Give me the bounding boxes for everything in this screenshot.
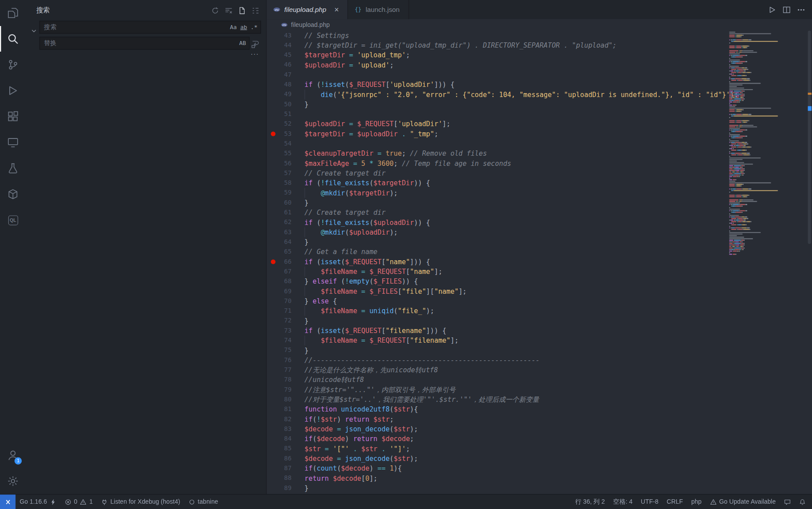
open-new-search-editor-icon[interactable] <box>236 5 247 16</box>
replace-input[interactable]: 替换 AB <box>39 37 250 49</box>
search-input[interactable]: 搜索 Aa ab .* <box>39 21 261 34</box>
remote-indicator[interactable] <box>0 494 15 509</box>
toggle-search-details-button[interactable]: ··· <box>251 51 259 56</box>
run-icon[interactable] <box>767 4 778 15</box>
activity-package[interactable] <box>0 181 26 207</box>
code-line[interactable]: 86$decode = json_decode($str); <box>267 454 812 464</box>
cursor-position[interactable]: 行 36, 列 2 <box>571 494 609 509</box>
breakpoint-gutter[interactable] <box>267 208 279 217</box>
activity-settings-gear[interactable] <box>0 468 26 494</box>
split-editor-icon[interactable] <box>781 4 793 15</box>
breakpoint-gutter[interactable] <box>267 336 279 345</box>
code-line[interactable]: 78//unicode转utf8 <box>267 375 812 385</box>
code-line[interactable]: 73if (isset($_REQUEST["filename"])) { <box>267 326 812 336</box>
activity-run-debug[interactable] <box>0 78 26 104</box>
breakpoint-gutter[interactable] <box>267 395 279 404</box>
code-line[interactable]: 70} else { <box>267 296 812 306</box>
problems[interactable]: 01 <box>60 494 97 509</box>
activity-codeql[interactable]: QL <box>0 207 26 233</box>
breakpoint-gutter[interactable] <box>267 70 279 80</box>
code-line[interactable]: 81function unicode2utf8($str){ <box>267 404 812 414</box>
code-line[interactable]: 83$decode = json_decode($str); <box>267 424 812 434</box>
breakpoint-gutter[interactable] <box>267 355 279 365</box>
breakpoint-gutter[interactable] <box>267 473 279 483</box>
breakpoint-gutter[interactable] <box>267 99 279 109</box>
code-line[interactable]: 66if (isset($_REQUEST["name"])) { <box>267 257 812 266</box>
xdebug-listen[interactable]: Listen for Xdebug (host4) <box>97 494 184 509</box>
breadcrumb-item[interactable]: fileupload.php <box>291 21 330 28</box>
code-line[interactable]: 88return $decode[0]; <box>267 473 812 483</box>
code-line[interactable]: 79//注意$str='"..."'，内部双引号，外部单引号 <box>267 385 812 394</box>
activity-account[interactable]: 1 <box>0 442 26 468</box>
code-line[interactable]: 87if(count($decode) == 1){ <box>267 464 812 473</box>
breakpoint-gutter[interactable] <box>267 424 279 434</box>
breakpoint-gutter[interactable] <box>267 316 279 326</box>
tabnine[interactable]: tabnine <box>184 494 222 509</box>
code-line[interactable]: 71 $fileName = uniqid("file_"); <box>267 306 812 316</box>
preserve-case-icon[interactable]: AB <box>238 38 247 48</box>
activity-source-control[interactable] <box>0 52 26 78</box>
breakpoint-gutter[interactable] <box>267 444 279 453</box>
feedback[interactable] <box>780 494 795 509</box>
breakpoint-gutter[interactable] <box>267 198 279 208</box>
code-line[interactable]: 74 $fileName = $_REQUEST["filename"]; <box>267 336 812 345</box>
breakpoint-gutter[interactable] <box>267 326 279 336</box>
breakpoint-gutter[interactable] <box>267 139 279 149</box>
breakpoint-gutter[interactable] <box>267 286 279 296</box>
breakpoint-gutter[interactable] <box>267 277 279 286</box>
breadcrumb[interactable]: php fileupload.php <box>267 19 812 30</box>
breakpoint-gutter[interactable] <box>267 168 279 178</box>
breakpoint-gutter[interactable] <box>267 306 279 316</box>
breakpoint-gutter[interactable] <box>267 109 279 119</box>
regex-icon[interactable]: .* <box>249 22 259 32</box>
breakpoint-gutter[interactable] <box>267 149 279 158</box>
language-mode[interactable]: php <box>687 494 706 509</box>
code-editor[interactable]: 43// Settings44// $targetDir = ini_get("… <box>267 30 812 494</box>
breakpoint-gutter[interactable] <box>267 414 279 424</box>
replace-all-icon[interactable] <box>251 38 261 48</box>
toggle-replace-button[interactable] <box>30 21 38 41</box>
breakpoint-gutter[interactable] <box>267 345 279 355</box>
code-line[interactable]: 76//------------------------------------… <box>267 355 812 365</box>
code-line[interactable]: 67 $fileName = $_REQUEST["name"]; <box>267 267 812 277</box>
notifications[interactable] <box>795 494 810 509</box>
eol[interactable]: CRLF <box>662 494 687 509</box>
breakpoint-gutter[interactable] <box>267 404 279 414</box>
breakpoint-gutter[interactable] <box>267 267 279 277</box>
breakpoint-gutter[interactable] <box>267 385 279 394</box>
code-line[interactable]: 72} <box>267 316 812 326</box>
breakpoint-gutter[interactable] <box>267 375 279 385</box>
minimap[interactable] <box>729 32 778 255</box>
go-update[interactable]: Go Update Available <box>706 494 780 509</box>
breakpoint-gutter[interactable] <box>267 30 279 40</box>
breakpoint-gutter[interactable] <box>267 188 279 198</box>
activity-explorer[interactable] <box>0 0 26 26</box>
clear-search-results-icon[interactable] <box>223 5 234 16</box>
code-line[interactable]: 69 $fileName = $_FILES["file"]["name"]; <box>267 286 812 296</box>
breakpoint-gutter[interactable] <box>267 483 279 493</box>
close-icon[interactable]: × <box>332 5 341 14</box>
breakpoint-gutter[interactable] <box>267 454 279 464</box>
indentation[interactable]: 空格: 4 <box>609 494 637 509</box>
breakpoint-icon[interactable] <box>267 257 279 266</box>
view-as-tree-icon[interactable] <box>250 5 261 16</box>
activity-search[interactable] <box>0 26 26 52</box>
breakpoint-gutter[interactable] <box>267 237 279 247</box>
activity-test[interactable] <box>0 155 26 181</box>
code-line[interactable]: 85$str = '["' . $str . '"]'; <box>267 444 812 453</box>
breakpoint-gutter[interactable] <box>267 60 279 70</box>
tab-launch-json[interactable]: {}launch.json <box>348 0 409 19</box>
breakpoint-gutter[interactable] <box>267 247 279 257</box>
code-line[interactable]: 75} <box>267 345 812 355</box>
code-line[interactable]: 84if($decode) return $decode; <box>267 434 812 444</box>
breakpoint-gutter[interactable] <box>267 80 279 90</box>
breakpoint-icon[interactable] <box>267 129 279 138</box>
breakpoint-gutter[interactable] <box>267 158 279 168</box>
go-version[interactable]: Go 1.16.6 <box>15 494 60 509</box>
encoding[interactable]: UTF-8 <box>636 494 662 509</box>
whole-word-icon[interactable]: ab <box>239 22 248 32</box>
breakpoint-gutter[interactable] <box>267 464 279 473</box>
breakpoint-gutter[interactable] <box>267 50 279 60</box>
breakpoint-gutter[interactable] <box>267 434 279 444</box>
code-line[interactable]: 82if(!$str) return $str; <box>267 414 812 424</box>
